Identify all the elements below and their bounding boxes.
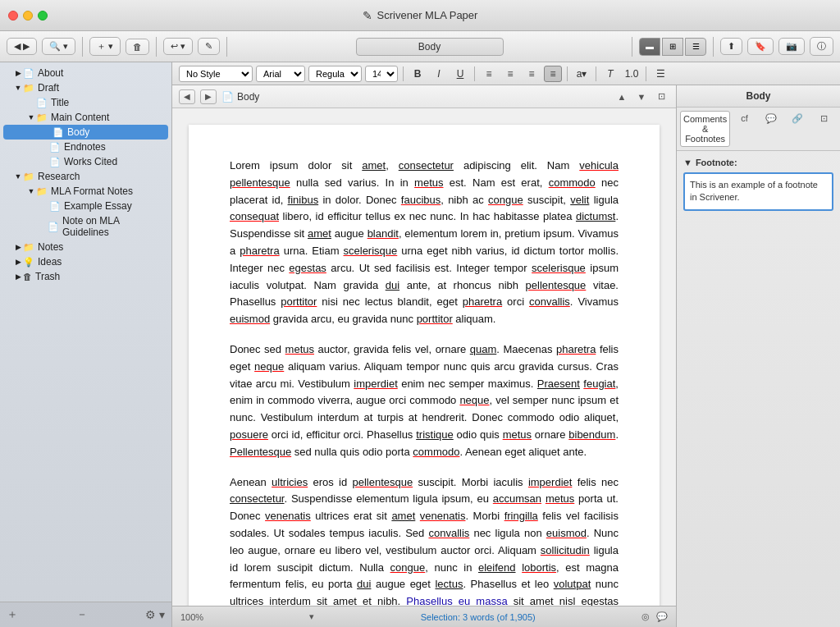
- sidebar-item-mla-format-notes[interactable]: ▼ 📁 MLA Format Notes: [0, 184, 171, 199]
- italic-btn[interactable]: I: [430, 66, 448, 82]
- scroll-up-btn[interactable]: ▲: [614, 89, 630, 105]
- editor-scroll[interactable]: Lorem ipsum dolor sit amet, consectetur …: [172, 108, 676, 606]
- footnote-content[interactable]: This is an example of a footnote in Scri…: [683, 172, 833, 211]
- split-view-btn[interactable]: ⊡: [653, 89, 669, 105]
- notes-folder-icon: 📁: [23, 242, 34, 253]
- search-btn[interactable]: 🔍 ▾: [42, 38, 75, 55]
- editor-inspector: ◀ ▶ 📄 Body ▲ ▼ ⊡ Lo: [172, 85, 840, 627]
- link-icon: 🔗: [792, 113, 803, 123]
- snapshot-btn[interactable]: 📷: [778, 38, 805, 55]
- sidebar-item-about[interactable]: ▶ 📄 About: [0, 66, 171, 80]
- sidebar-item-works-cited[interactable]: ▶ 📄 Works Cited: [0, 154, 171, 169]
- title-doc-icon: 📄: [36, 98, 48, 108]
- tab-cf-icon[interactable]: cf: [732, 111, 756, 147]
- toolbar: ◀ ▶ 🔍 ▾ ＋ ▾ 🗑 ↩ ▾ ✎ ▬ ⊞ ☰ ⬆ 🔖 📷 ⓘ: [0, 31, 840, 62]
- inspector-btn[interactable]: ⓘ: [810, 37, 833, 56]
- add-btn[interactable]: ＋ ▾: [89, 37, 121, 56]
- titlebar: ✎ Scrivener MLA Paper: [0, 0, 840, 31]
- info-icon: ⓘ: [817, 40, 826, 53]
- search-icon: 🔍: [49, 41, 61, 52]
- inspector: Body Comments & Footnotes cf 💬 🔗: [676, 85, 840, 627]
- breadcrumb-title: Body: [237, 91, 259, 103]
- sidebar-item-note-on-mla[interactable]: ▶ 📄 Note on MLA Guidelines: [0, 213, 171, 240]
- weight-select[interactable]: Regular: [308, 66, 362, 82]
- view-split-btn[interactable]: ⊞: [662, 38, 683, 56]
- sidebar-item-main-content[interactable]: ▼ 📁 Main Content: [0, 110, 171, 125]
- sidebar-settings-btn[interactable]: ⚙ ▾: [145, 608, 165, 621]
- prev-doc-btn[interactable]: ◀: [179, 89, 195, 104]
- selection-info: Selection: 3 words (of 1,905): [421, 612, 536, 622]
- underline-btn[interactable]: U: [451, 66, 469, 82]
- sidebar-note-on-mla-label: Note on MLA Guidelines: [62, 215, 165, 238]
- sidebar-remove-btn[interactable]: －: [76, 607, 88, 622]
- tab-extra2[interactable]: 🔗: [785, 111, 810, 147]
- sidebar-add-btn[interactable]: ＋: [7, 607, 18, 622]
- font-select[interactable]: Arial: [256, 66, 305, 82]
- window-title: ✎ Scrivener MLA Paper: [363, 9, 478, 22]
- text-color-btn[interactable]: a▾: [573, 66, 591, 82]
- edit-icon: ✎: [205, 41, 212, 52]
- scroll-down-btn[interactable]: ▼: [633, 89, 650, 105]
- trash-icon: 🗑: [133, 42, 142, 52]
- size-select[interactable]: 14: [365, 66, 398, 82]
- camera-icon: 📷: [786, 41, 797, 52]
- view-single-btn[interactable]: ▬: [639, 38, 660, 56]
- sidebar-title-label: Title: [51, 97, 69, 108]
- undo-arrow: ▾: [180, 41, 185, 52]
- sidebar-item-endnotes[interactable]: ▶ 📄 Endnotes: [0, 140, 171, 154]
- toolbar-sep1: [82, 37, 83, 57]
- next-doc-btn[interactable]: ▶: [200, 89, 217, 104]
- tab-extra1[interactable]: 💬: [759, 111, 783, 147]
- trash-btn[interactable]: 🗑: [126, 39, 149, 55]
- maximize-button[interactable]: [38, 11, 48, 21]
- close-button[interactable]: [8, 11, 18, 21]
- footnote-header: ▼ Footnote:: [683, 158, 833, 167]
- comment-icon: 💬: [656, 611, 668, 622]
- bookmark-icon: 🔖: [755, 41, 766, 52]
- sidebar-item-example-essay[interactable]: ▶ 📄 Example Essay: [0, 199, 171, 213]
- tab-extra3[interactable]: ⊡: [812, 111, 837, 147]
- sidebar-draft-label: Draft: [38, 82, 59, 94]
- share-btn[interactable]: ⬆: [720, 38, 742, 55]
- view-outline-btn[interactable]: ☰: [685, 38, 706, 56]
- sidebar-item-research[interactable]: ▼ 📁 Research: [0, 169, 171, 184]
- back-icon: ◀: [14, 41, 21, 52]
- edit-btn[interactable]: ✎: [198, 38, 220, 55]
- sidebar-item-draft[interactable]: ▼ 📁 Draft: [0, 80, 171, 95]
- editor-pane: ◀ ▶ 📄 Body ▲ ▼ ⊡ Lo: [172, 85, 676, 627]
- inspector-title: Body: [677, 85, 840, 108]
- document-name-field[interactable]: [356, 38, 504, 56]
- bold-btn[interactable]: B: [409, 66, 427, 82]
- style-select[interactable]: No Style: [179, 66, 253, 82]
- line-height-field[interactable]: 1.0: [623, 66, 641, 82]
- align-right-btn[interactable]: ≡: [523, 66, 541, 82]
- undo-btn[interactable]: ↩ ▾: [163, 38, 193, 55]
- line-spacing-btn[interactable]: T: [601, 66, 619, 82]
- bookmark-btn[interactable]: 🔖: [747, 38, 774, 55]
- paragraph-2: Donec sed metus auctor, gravida felis ve…: [230, 341, 619, 461]
- mc-folder-icon: 📁: [36, 112, 48, 123]
- align-justify-btn[interactable]: ≡: [544, 66, 562, 82]
- research-folder-icon: 📁: [23, 172, 34, 182]
- zoom-level: 100%: [180, 612, 203, 622]
- bookmark-icon2: ⊡: [820, 113, 828, 123]
- back-forward-btn[interactable]: ◀ ▶: [7, 38, 37, 55]
- sidebar-item-ideas[interactable]: ▶ 💡 Ideas: [0, 254, 171, 269]
- list-btn[interactable]: ☰: [651, 66, 669, 82]
- toolbar-sep3: [226, 37, 227, 57]
- editor-document[interactable]: Lorem ipsum dolor sit amet, consectetur …: [189, 125, 660, 606]
- sidebar-item-notes[interactable]: ▶ 📁 Notes: [0, 240, 171, 254]
- align-left-btn[interactable]: ≡: [480, 66, 498, 82]
- sidebar-item-title[interactable]: ▶ 📄 Title: [0, 95, 171, 110]
- forward-icon: ▶: [23, 41, 30, 52]
- tab-comments-footnotes[interactable]: Comments & Footnotes: [680, 111, 730, 147]
- triangle-icon2: ▼: [683, 158, 692, 167]
- align-center-btn[interactable]: ≡: [501, 66, 519, 82]
- minimize-button[interactable]: [23, 11, 33, 21]
- zoom-arrow[interactable]: ▾: [309, 611, 314, 622]
- sidebar-item-body[interactable]: ▶ 📄 Body: [3, 125, 168, 140]
- fmt-sep3: [567, 66, 568, 81]
- wc-doc-icon: 📄: [49, 157, 61, 167]
- mla-folder-icon: 📁: [36, 186, 48, 197]
- sidebar-item-trash[interactable]: ▶ 🗑 Trash: [0, 269, 171, 284]
